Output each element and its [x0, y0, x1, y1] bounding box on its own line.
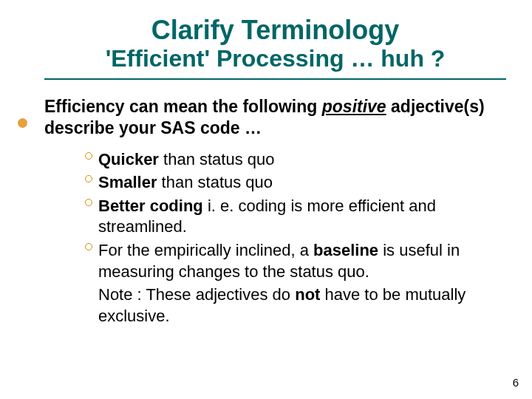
- list-item: Quicker than status quo: [85, 149, 506, 171]
- hollow-bullet-icon: [85, 199, 92, 206]
- list-item: Better coding i. e. coding is more effic…: [85, 196, 506, 238]
- lead-text-pre: Efficiency can mean the following: [44, 97, 322, 116]
- list-item-text: than status quo: [159, 150, 275, 168]
- list-item: Smaller than status quo: [85, 172, 506, 194]
- list-item: For the empirically inclined, a baseline…: [85, 240, 506, 282]
- bullet-list: Quicker than status quo Smaller than sta…: [85, 149, 506, 283]
- list-item-text-pre: For the empirically inclined, a: [98, 241, 313, 259]
- title-underline: [44, 78, 506, 80]
- hollow-bullet-icon: [85, 152, 92, 160]
- list-item-bold: Better coding: [98, 197, 203, 215]
- slide-title: Clarify Terminology 'Efficient' Processi…: [44, 15, 506, 72]
- lead-emph: positive: [322, 97, 386, 116]
- note-line: Note : These adjectives do not have to b…: [85, 284, 506, 327]
- hollow-bullet-icon: [85, 243, 92, 250]
- list-item-bold: Smaller: [98, 173, 157, 191]
- hollow-bullet-icon: [85, 175, 92, 183]
- page-number: 6: [513, 376, 519, 389]
- lead-paragraph: Efficiency can mean the following positi…: [44, 96, 506, 139]
- note-text-pre: Note : These adjectives do: [98, 285, 295, 304]
- title-line-1: Clarify Terminology: [44, 15, 506, 45]
- lead-bullet-icon: [18, 118, 27, 128]
- note-bold: not: [295, 285, 320, 304]
- slide: Clarify Terminology 'Efficient' Processi…: [0, 0, 532, 399]
- title-line-2: 'Efficient' Processing … huh ?: [44, 45, 506, 72]
- list-item-bold: baseline: [313, 241, 378, 259]
- list-item-text: than status quo: [157, 173, 273, 191]
- list-item-bold: Quicker: [98, 150, 159, 168]
